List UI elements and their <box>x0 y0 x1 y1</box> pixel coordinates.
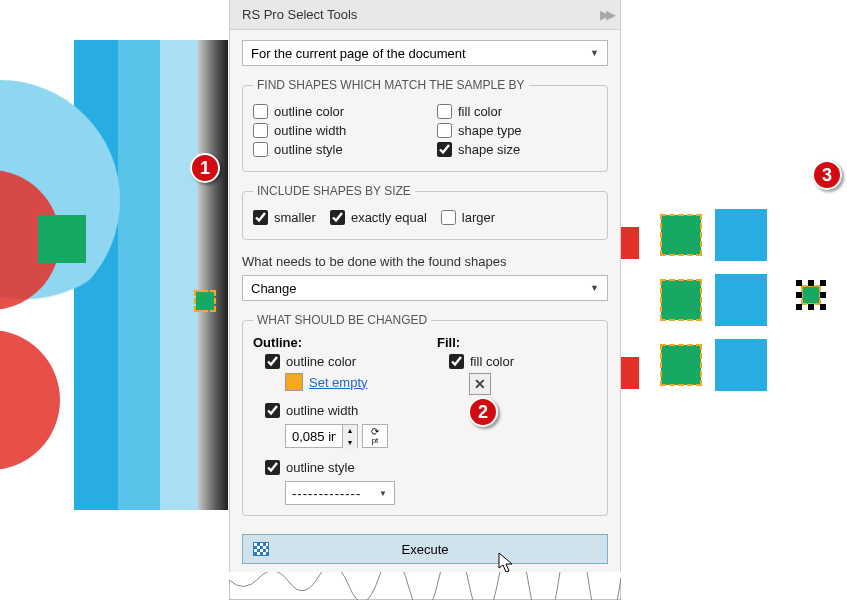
check-change-outline-style[interactable]: outline style <box>265 460 413 475</box>
outline-width-spinner[interactable]: ▲▼ <box>285 424 358 448</box>
check-shape-size[interactable]: shape size <box>437 142 597 157</box>
change-properties-group: WHAT SHOULD BE CHANGED Outline: outline … <box>242 313 608 516</box>
fill-subhead: Fill: <box>437 335 597 350</box>
callout-badge-2: 2 <box>468 397 498 427</box>
spin-up-icon[interactable]: ▲ <box>343 425 357 437</box>
match-criteria-group: FIND SHAPES WHICH MATCH THE SAMPLE BY ou… <box>242 78 608 172</box>
match-criteria-legend: FIND SHAPES WHICH MATCH THE SAMPLE BY <box>253 78 529 92</box>
panel-collapse-icon[interactable]: ▶▶ <box>600 7 612 22</box>
action-dropdown[interactable]: Change <box>242 275 608 301</box>
check-outline-style[interactable]: outline style <box>253 142 413 157</box>
check-change-fill-color[interactable]: fill color <box>449 354 597 369</box>
set-empty-link[interactable]: Set empty <box>309 375 368 390</box>
check-outline-color[interactable]: outline color <box>253 104 413 119</box>
outline-color-swatch[interactable] <box>285 373 303 391</box>
execute-button[interactable]: Execute <box>242 534 608 564</box>
source-canvas <box>0 40 228 510</box>
size-filter-group: INCLUDE SHAPES BY SIZE smaller exactly e… <box>242 184 608 240</box>
callout-badge-1: 1 <box>190 153 220 183</box>
panel-title: RS Pro Select Tools <box>242 7 357 22</box>
spin-down-icon[interactable]: ▼ <box>343 437 357 449</box>
change-properties-legend: WHAT SHOULD BE CHANGED <box>253 313 431 327</box>
outline-style-dropdown[interactable]: ------------- <box>285 481 395 505</box>
outline-width-input[interactable] <box>286 425 342 447</box>
scope-dropdown-value: For the current page of the document <box>251 46 466 61</box>
check-exactly-equal[interactable]: exactly equal <box>330 210 427 225</box>
check-shape-type[interactable]: shape type <box>437 123 597 138</box>
panel-header: RS Pro Select Tools ▶▶ <box>230 0 620 30</box>
size-filter-legend: INCLUDE SHAPES BY SIZE <box>253 184 415 198</box>
unit-toggle-button[interactable]: ⟳ pt <box>362 424 388 448</box>
check-outline-width[interactable]: outline width <box>253 123 413 138</box>
torn-edge-decoration <box>229 572 621 600</box>
check-change-outline-width[interactable]: outline width <box>265 403 413 418</box>
tool-panel: RS Pro Select Tools ▶▶ For the current p… <box>229 0 621 576</box>
check-smaller[interactable]: smaller <box>253 210 316 225</box>
check-change-outline-color[interactable]: outline color <box>265 354 413 369</box>
scope-dropdown[interactable]: For the current page of the document <box>242 40 608 66</box>
check-larger[interactable]: larger <box>441 210 495 225</box>
flag-icon <box>253 542 269 556</box>
action-dropdown-value: Change <box>251 281 297 296</box>
outline-subhead: Outline: <box>253 335 413 350</box>
selected-shape[interactable] <box>799 283 823 307</box>
result-canvas <box>621 165 847 440</box>
no-fill-icon[interactable]: ✕ <box>469 373 491 395</box>
callout-badge-3: 3 <box>812 160 842 190</box>
check-fill-color[interactable]: fill color <box>437 104 597 119</box>
action-question-label: What needs to be done with the found sha… <box>242 254 608 269</box>
